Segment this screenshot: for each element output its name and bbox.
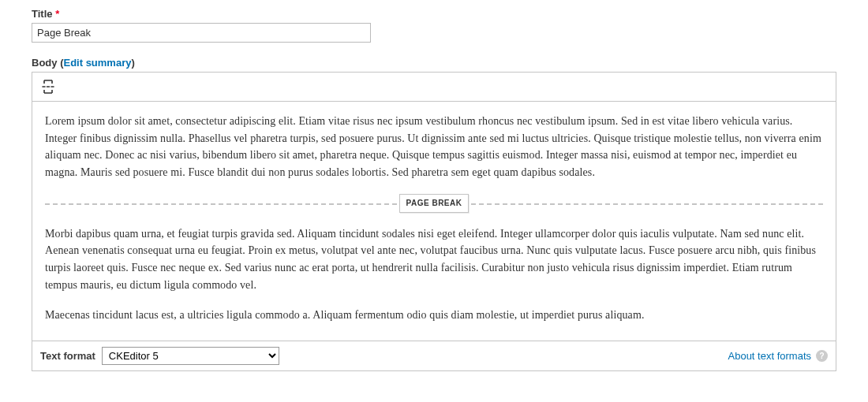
footer-right: About text formats ? [728, 350, 829, 362]
editor-footer: Text format CKEditor 5 About text format… [32, 341, 836, 370]
required-marker: * [55, 8, 59, 20]
title-label: Title * [32, 8, 836, 20]
text-format-group: Text format CKEditor 5 [40, 347, 279, 365]
title-field-wrapper: Title * [32, 8, 836, 43]
editor-content[interactable]: Lorem ipsum dolor sit amet, consectetur … [32, 102, 836, 341]
body-label-prefix: Body [32, 57, 60, 69]
page-break-icon [40, 79, 56, 95]
body-paragraph: Maecenas tincidunt lacus est, a ultricie… [45, 307, 823, 324]
page-break-button[interactable] [39, 77, 58, 96]
title-label-text: Title [32, 8, 53, 20]
help-icon[interactable]: ? [816, 350, 828, 362]
body-paragraph: Lorem ipsum dolor sit amet, consectetur … [45, 113, 823, 181]
edit-summary-link[interactable]: Edit summary [63, 57, 131, 69]
editor-wrapper: Lorem ipsum dolor sit amet, consectetur … [32, 72, 836, 371]
body-label: Body (Edit summary) [32, 57, 836, 69]
text-format-select[interactable]: CKEditor 5 [102, 347, 279, 365]
page-break-widget[interactable]: PAGE BREAK [45, 195, 823, 211]
title-input[interactable] [32, 23, 371, 43]
editor-toolbar [32, 73, 836, 102]
paren-close: ) [131, 57, 134, 69]
body-paragraph: Morbi dapibus quam urna, et feugiat turp… [45, 225, 823, 294]
about-text-formats-link[interactable]: About text formats [728, 350, 812, 362]
page-break-badge: PAGE BREAK [399, 194, 470, 213]
text-format-label: Text format [40, 350, 95, 362]
